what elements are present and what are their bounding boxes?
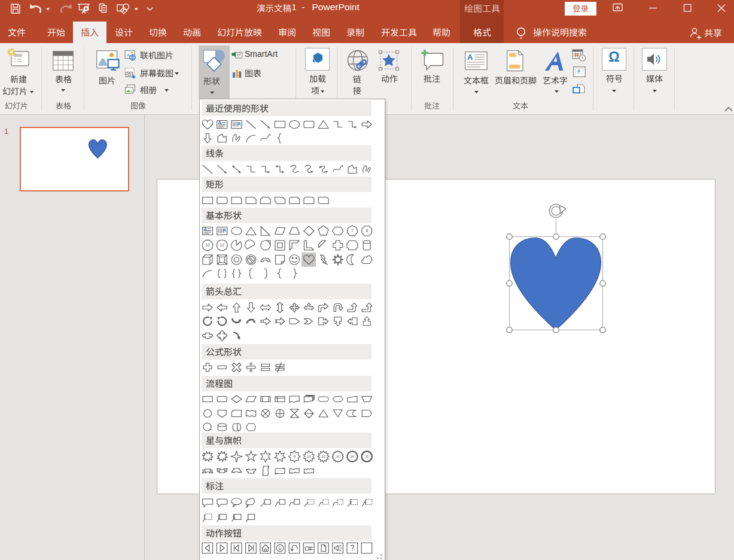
svg-text:#: # (577, 68, 580, 74)
svg-text:A: A (467, 53, 473, 62)
